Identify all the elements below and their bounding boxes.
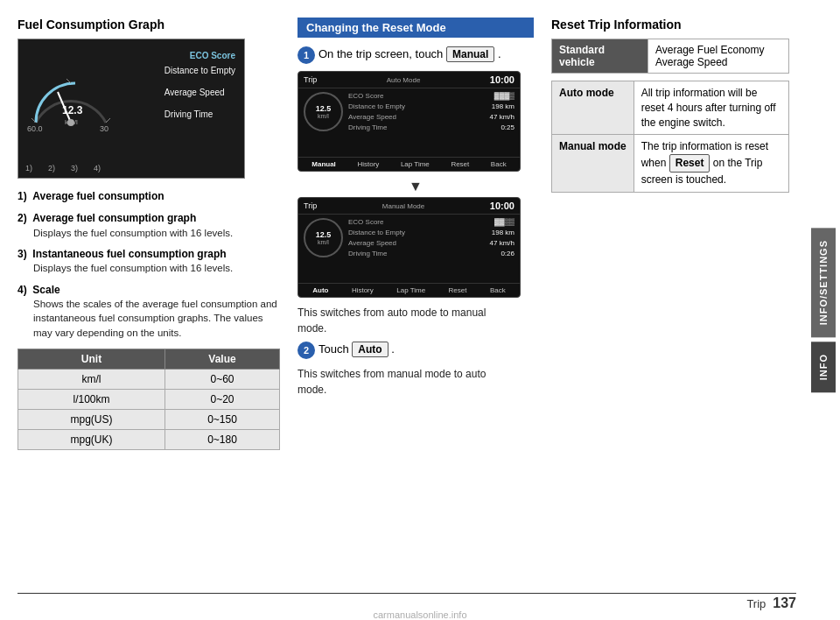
step-2-content: Touch Auto .: [318, 342, 534, 357]
auto-button[interactable]: Auto: [352, 342, 388, 357]
sidebar-tab-info[interactable]: INFO: [811, 342, 836, 392]
right-column: Reset Trip Information Standard vehicle …: [542, 18, 789, 602]
stat-row: ECO Score ▓▓▒▒: [348, 218, 514, 226]
reset-table-row-auto: Auto mode All trip information will be r…: [552, 81, 789, 135]
step-1-row: 1 On the trip screen, touch Manual .: [298, 46, 534, 64]
table-row: mpg(US) 0~150: [18, 409, 280, 429]
screen1-body: 12.5 km/l ECO Score ▓▓▓▒ Distance to Emp…: [298, 88, 520, 135]
table-header-value: Value: [164, 349, 279, 369]
table-row: km/l 0~60: [18, 369, 280, 389]
step-2-circle: 2: [298, 342, 315, 359]
vehicle-table: Standard vehicle Average Fuel Economy Av…: [551, 39, 789, 74]
right-sidebar: INFO/SETTINGS INFO: [807, 0, 840, 620]
screen-btn-manual[interactable]: Manual: [312, 160, 336, 168]
screen2-btn-reset[interactable]: Reset: [449, 286, 467, 294]
main-content: Fuel Consumption Graph ECO Score Distanc…: [0, 0, 807, 620]
car-screen-2: Trip Manual Mode 10:00 12.5 km/l ECO Sco…: [298, 197, 521, 298]
car-screen-1: Trip Auto Mode 10:00 12.5 km/l ECO Score…: [298, 71, 521, 172]
screen2-btn-laptime[interactable]: Lap Time: [396, 286, 425, 294]
screen1-footer: Manual History Lap Time Reset Back: [298, 157, 520, 171]
left-section-title: Fuel Consumption Graph: [18, 18, 280, 32]
stat-row: Distance to Empty 198 km: [348, 102, 514, 110]
screen2-btn-auto[interactable]: Auto: [312, 286, 328, 294]
step-1-circle: 1: [298, 46, 315, 64]
footer-trip-label: Trip: [746, 597, 766, 610]
screen2-btn-history[interactable]: History: [352, 286, 374, 294]
watermark: carmanualsonline.info: [373, 609, 466, 620]
svg-text:12.3: 12.3: [62, 104, 83, 116]
unit-value-table: Unit Value km/l 0~60 l/100km 0~20 mpg(US…: [18, 349, 280, 450]
svg-line-2: [106, 118, 110, 123]
screen2-header: Trip Manual Mode 10:00: [298, 198, 520, 215]
auto-mode-label: Auto mode: [552, 81, 634, 135]
reset-mode-table: Auto mode All trip information will be r…: [551, 81, 789, 193]
page-footer: Trip 137: [746, 595, 796, 611]
stat-row: Driving Time 0:26: [348, 250, 514, 257]
vehicle-table-values: Average Fuel Economy Average Speed: [648, 39, 789, 74]
numbered-list: 1) Average fuel consumption 2) Average f…: [18, 189, 280, 340]
list-item-3: 3) Instantaneous fuel consumption graph …: [18, 247, 280, 276]
screen2-body: 12.5 km/l ECO Score ▓▓▒▒ Distance to Emp…: [298, 215, 520, 261]
step2-desc: This switches from manual mode to auto m…: [298, 366, 534, 398]
mid-section-title: Changing the Reset Mode: [298, 18, 534, 38]
footer-page-number: 137: [773, 595, 796, 611]
sidebar-tab-info-settings[interactable]: INFO/SETTINGS: [811, 228, 836, 337]
standard-vehicle-label: Standard vehicle: [552, 39, 648, 74]
screen1-stats: ECO Score ▓▓▓▒ Distance to Empty 198 km …: [348, 92, 514, 131]
arrow-down-1: ▼: [298, 179, 534, 194]
screen2-btn-back[interactable]: Back: [490, 286, 506, 294]
step-1-content: On the trip screen, touch Manual .: [318, 46, 534, 62]
middle-column: Changing the Reset Mode 1 On the trip sc…: [289, 18, 542, 602]
stat-row: Average Speed 47 km/h: [348, 239, 514, 247]
stat-row: Distance to Empty 198 km: [348, 229, 514, 236]
footer-line: [18, 593, 796, 594]
reset-key-btn[interactable]: Reset: [669, 154, 710, 173]
left-column: Fuel Consumption Graph ECO Score Distanc…: [18, 18, 289, 602]
svg-text:60.0: 60.0: [27, 124, 43, 133]
screen2-footer: Auto History Lap Time Reset Back: [298, 283, 520, 297]
graph-inner: ECO Score Distance to Empty Average Spee…: [18, 39, 244, 178]
stat-row: Average Speed 47 km/h: [348, 113, 514, 121]
screen2-gauge: 12.5 km/l: [304, 218, 343, 257]
screen1-gauge: 12.5 km/l: [304, 92, 343, 131]
vehicle-table-row: Standard vehicle Average Fuel Economy Av…: [552, 39, 789, 74]
svg-text:30: 30: [100, 124, 108, 133]
graph-right-labels: Distance to Empty Average Speed Driving …: [164, 66, 235, 119]
fuel-graph-area: ECO Score Distance to Empty Average Spee…: [18, 39, 245, 179]
auto-mode-value: All trip information will be reset 4 hou…: [634, 81, 788, 135]
right-section-title: Reset Trip Information: [551, 18, 789, 32]
list-item-4: 4) Scale Shows the scales of the average…: [18, 283, 280, 340]
table-header-unit: Unit: [18, 349, 165, 369]
manual-mode-label: Manual mode: [552, 135, 634, 192]
eco-score-label: ECO Score: [190, 48, 235, 61]
gauge-svg: 12.3 km/l 60.0 30: [23, 44, 119, 144]
list-item-1: 1) Average fuel consumption: [18, 189, 280, 204]
stat-row: Driving Time 0:25: [348, 123, 514, 131]
manual-mode-value: The trip information is reset when Reset…: [634, 135, 788, 192]
screen-btn-back[interactable]: Back: [491, 160, 507, 168]
stat-row: ECO Score ▓▓▓▒: [348, 92, 514, 100]
svg-text:km/l: km/l: [65, 118, 78, 126]
table-row: l/100km 0~20: [18, 389, 280, 409]
reset-table-row-manual: Manual mode The trip information is rese…: [552, 135, 789, 192]
step1-desc: This switches from auto mode to manual m…: [298, 305, 534, 336]
table-row: mpg(UK) 0~180: [18, 429, 280, 449]
screen-btn-laptime[interactable]: Lap Time: [401, 160, 430, 168]
list-item-2: 2) Average fuel consumption graph Displa…: [18, 211, 280, 240]
page: Fuel Consumption Graph ECO Score Distanc…: [0, 0, 840, 620]
step-2-row: 2 Touch Auto .: [298, 342, 534, 359]
screen2-stats: ECO Score ▓▓▒▒ Distance to Empty 198 km …: [348, 218, 514, 257]
manual-button[interactable]: Manual: [446, 46, 494, 62]
graph-bottom-numbers: 1) 2) 3) 4): [25, 164, 101, 173]
screen-btn-history[interactable]: History: [357, 160, 379, 168]
screen1-header: Trip Auto Mode 10:00: [298, 72, 520, 88]
screen-btn-reset[interactable]: Reset: [451, 160, 469, 168]
